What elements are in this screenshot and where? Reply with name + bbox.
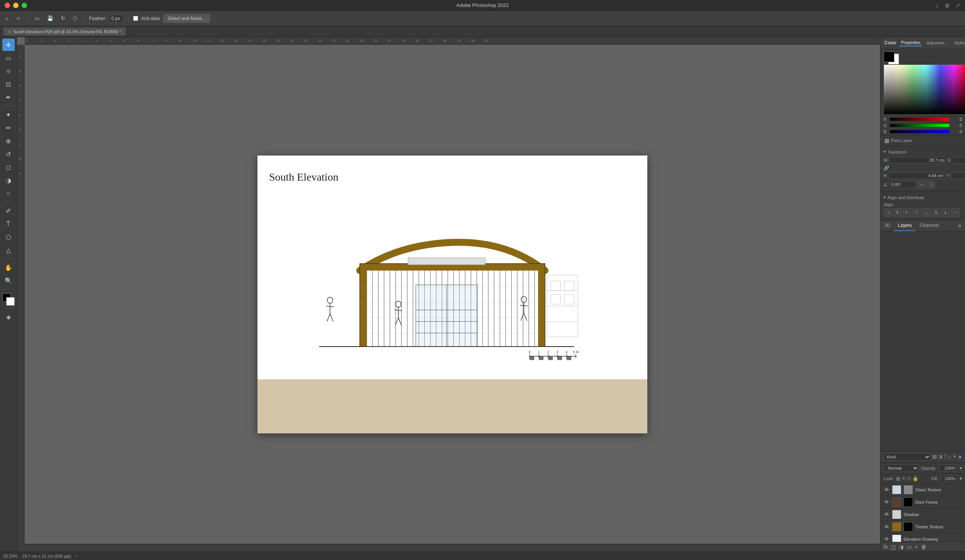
lock-artboard-icon[interactable]: ⊡ xyxy=(907,476,911,481)
feather-input[interactable] xyxy=(110,15,124,22)
w-input[interactable] xyxy=(889,157,946,164)
quick-mask-btn[interactable]: ◈ xyxy=(2,311,15,323)
minimize-button[interactable] xyxy=(13,3,19,8)
distribute-h-btn[interactable]: ⫿ xyxy=(941,208,950,217)
layer-elevation-drawing[interactable]: 👁 Elevation Drawing xyxy=(880,533,965,542)
spot-heal-btn[interactable]: ✦ xyxy=(2,108,15,121)
transform-title[interactable]: ▾ Transform xyxy=(884,149,962,154)
select-mask-btn[interactable]: Select and Mask... xyxy=(163,14,210,23)
clone-btn[interactable]: ⊕ xyxy=(2,135,15,147)
rotate-btn[interactable]: ↻ xyxy=(59,14,68,23)
adjustments-tab-btn[interactable]: Adjustme... xyxy=(925,40,949,46)
history-brush-btn[interactable]: ↺ xyxy=(2,148,15,160)
channels-tab[interactable]: Channels xyxy=(916,220,943,231)
visibility-elevation-drawing[interactable]: 👁 xyxy=(884,536,890,542)
new-layer-btn[interactable]: + xyxy=(915,544,918,550)
filter-shape-icon[interactable]: △ xyxy=(948,453,951,460)
flip-v-btn[interactable]: ↕ xyxy=(927,181,935,188)
lock-all-icon[interactable]: 🔒 xyxy=(913,476,918,481)
x-input[interactable] xyxy=(952,157,965,164)
delete-layer-btn[interactable]: 🗑 xyxy=(921,544,926,550)
text-btn[interactable]: T xyxy=(2,218,15,230)
anti-alias-checkbox[interactable] xyxy=(133,16,138,21)
home-btn[interactable]: ⌂ xyxy=(3,14,11,23)
blend-mode-select[interactable]: Normal xyxy=(884,464,919,472)
visibility-door-frame[interactable]: 👁 xyxy=(884,499,890,505)
layer-timber-texture[interactable]: 👁 Timber Texture xyxy=(880,521,965,533)
opacity-dropdown-icon[interactable]: ▾ xyxy=(960,465,962,471)
g-slider[interactable] xyxy=(890,124,950,127)
b-slider[interactable] xyxy=(890,130,950,133)
align-title[interactable]: ▾ Align and Distribute xyxy=(884,195,962,200)
hand-btn[interactable]: ✋ xyxy=(2,261,15,274)
filter-pixel-icon[interactable]: ▦ xyxy=(932,453,937,460)
new-adjustment-btn[interactable]: ◑ xyxy=(899,544,904,550)
fg-color-swatch[interactable] xyxy=(884,51,894,62)
opacity-input[interactable] xyxy=(939,465,957,472)
shape-btn[interactable]: △ xyxy=(2,244,15,256)
new-group-btn[interactable]: ▭ xyxy=(907,544,912,550)
add-mask-btn[interactable]: ◫ xyxy=(891,544,896,550)
workspace-icon[interactable]: ⊞ xyxy=(945,2,950,8)
canvas-viewport[interactable]: South Elevation xyxy=(25,45,880,544)
brush-btn[interactable]: ✏ xyxy=(2,122,15,134)
flip-h-btn[interactable]: ↔ xyxy=(918,181,926,188)
angle-input[interactable] xyxy=(889,181,916,188)
distribute-v-btn[interactable]: ⬳ xyxy=(951,208,960,217)
select-rect-btn[interactable]: ▭ xyxy=(2,52,15,64)
visibility-glass-texture[interactable]: 👁 xyxy=(884,487,890,493)
fill-input[interactable] xyxy=(940,475,957,482)
layer-shadow[interactable]: 👁 Shadow xyxy=(880,508,965,521)
search-icon[interactable]: ⌕ xyxy=(936,2,939,8)
transform-btn[interactable]: ⬡ xyxy=(71,14,80,23)
color-spectrum[interactable] xyxy=(884,64,965,115)
status-arrow[interactable]: › xyxy=(76,554,77,558)
filter-toggle[interactable]: ● xyxy=(958,453,962,460)
rect-select-btn[interactable]: ▭ xyxy=(32,14,42,23)
styles-tab-btn[interactable]: Styles xyxy=(953,40,965,46)
filter-type-icon[interactable]: T xyxy=(943,453,946,460)
y-input[interactable] xyxy=(951,172,965,179)
3d-tab[interactable]: 3D xyxy=(880,220,894,231)
tab-close-icon[interactable]: ✕ xyxy=(8,30,11,34)
move-tool-btn[interactable]: ✛ xyxy=(2,39,15,51)
link-icon[interactable]: 🔗 xyxy=(884,165,889,171)
document-tab[interactable]: ✕ South Elevation PDF.pdf @ 33.3% (Groun… xyxy=(3,27,126,36)
layer-kind-select[interactable]: Kind xyxy=(884,453,931,461)
gradient-btn[interactable]: ◑ xyxy=(2,174,15,186)
select-tool-btn[interactable]: ⊹ xyxy=(14,14,23,23)
layers-tab[interactable]: Layers xyxy=(894,220,916,231)
align-center-v-btn[interactable]: ⊥ xyxy=(922,208,931,217)
filter-smart-icon[interactable]: ✦ xyxy=(953,453,957,460)
lasso-btn[interactable]: ⌾ xyxy=(2,65,15,77)
lock-pixels-icon[interactable]: ▦ xyxy=(896,476,900,481)
fill-dropdown-icon[interactable]: ▾ xyxy=(960,476,962,481)
save-btn[interactable]: 💾 xyxy=(45,14,56,23)
visibility-shadow[interactable]: 👁 xyxy=(884,511,890,518)
h-input[interactable] xyxy=(888,172,945,179)
background-swatch[interactable] xyxy=(6,297,15,306)
crop-btn[interactable]: ⊡ xyxy=(2,78,15,90)
layer-glass-texture[interactable]: 👁 Glass Texture xyxy=(880,484,965,496)
dodge-btn[interactable]: ○ xyxy=(2,187,15,200)
align-right-btn[interactable]: ⊢ xyxy=(903,208,911,217)
eraser-btn[interactable]: ◻ xyxy=(2,161,15,173)
align-center-h-btn[interactable]: ⊼ xyxy=(893,208,902,217)
zoom-btn[interactable]: 🔍 xyxy=(2,274,15,287)
layers-menu-btn[interactable]: ≡ xyxy=(954,220,965,231)
lock-move-icon[interactable]: ✛ xyxy=(902,476,906,481)
r-slider[interactable] xyxy=(890,118,950,121)
pen-btn[interactable]: ✐ xyxy=(2,205,15,217)
align-left-btn[interactable]: ⊣ xyxy=(884,208,892,217)
add-fx-btn[interactable]: fx xyxy=(884,544,888,550)
align-top-btn[interactable]: ⊤ xyxy=(913,208,921,217)
filter-adjust-icon[interactable]: ◑ xyxy=(938,453,942,460)
visibility-timber-texture[interactable]: 👁 xyxy=(884,524,890,530)
properties-tab-btn[interactable]: Properties xyxy=(899,39,922,46)
close-button[interactable] xyxy=(5,3,10,8)
layer-door-frame[interactable]: 👁 Door Frame xyxy=(880,496,965,508)
path-btn[interactable]: ⬡ xyxy=(2,231,15,243)
eyedropper-btn[interactable]: ✒ xyxy=(2,91,15,103)
maximize-button[interactable] xyxy=(22,3,27,8)
align-bottom-btn[interactable]: ⊻ xyxy=(932,208,940,217)
